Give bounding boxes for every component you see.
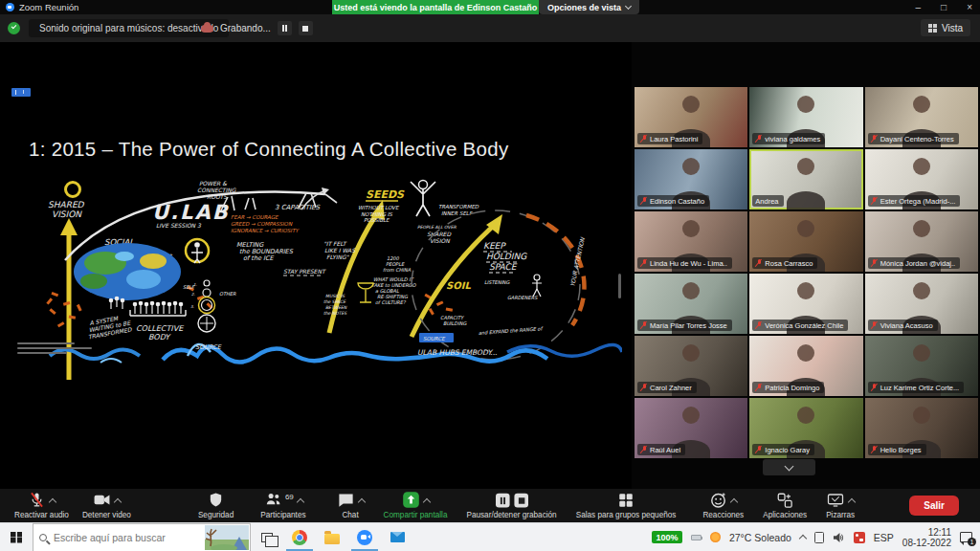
participant-name-label: María Pilar Torres Josse	[637, 320, 732, 331]
view-options-button[interactable]: Opciones de vista	[539, 0, 639, 14]
svg-text:FEAR → COURAGE: FEAR → COURAGE	[231, 214, 279, 220]
muted-mic-icon	[640, 259, 647, 268]
share-menu-chevron[interactable]	[422, 498, 430, 506]
task-view-icon[interactable]	[251, 523, 283, 551]
apps-button[interactable]: Aplicaciones	[756, 492, 813, 519]
svg-text:COLLECTIVE: COLLECTIVE	[136, 324, 184, 333]
chevron-down-icon	[785, 461, 794, 471]
pause-stop-recording-button[interactable]: Pausar/detener grabación	[459, 492, 563, 519]
participant-tile[interactable]: Laura Pastorini	[635, 87, 747, 147]
muted-mic-icon	[755, 259, 762, 268]
participant-name: Raúl Auel	[650, 446, 680, 454]
zoom-app-icon[interactable]	[348, 523, 381, 551]
video-menu-chevron[interactable]	[114, 498, 122, 506]
minimize-button[interactable]: –	[916, 2, 922, 12]
taskbar-search[interactable]	[33, 523, 251, 551]
svg-text:and EXPAND the RANGE of: and EXPAND the RANGE of	[479, 325, 544, 336]
time: 12:11	[902, 527, 951, 538]
participant-name-label: Dayani Centeno-Torres	[868, 133, 959, 144]
leave-meeting-button[interactable]: Salir	[909, 496, 959, 516]
svg-text:"IT FELT: "IT FELT	[323, 240, 347, 247]
weather-label[interactable]: 27°C Soleado	[729, 532, 791, 543]
participant-grid: Laura Pastoriniviviana galdamesDayani Ce…	[635, 87, 978, 458]
chrome-icon[interactable]	[283, 523, 316, 551]
participant-tile[interactable]: Helio Borges	[865, 398, 978, 458]
community-tray-icon[interactable]	[854, 532, 865, 543]
participant-tile[interactable]: Carol Zahner	[635, 336, 747, 396]
participant-tile[interactable]: Edinson Castaño	[635, 149, 747, 209]
unmute-button[interactable]: Reactivar audio	[8, 492, 76, 519]
security-button[interactable]: Seguridad	[191, 492, 240, 519]
participant-name: Ignacio Garay	[765, 446, 810, 454]
clock[interactable]: 12:11 08-12-2022	[902, 527, 951, 548]
maximize-button[interactable]: □	[941, 2, 947, 12]
muted-mic-icon	[28, 491, 46, 509]
participant-tile[interactable]: Mónica Jordan @vidaj..	[865, 211, 978, 272]
search-highlight-art[interactable]	[205, 525, 249, 550]
share-screen-button[interactable]: Compartir pantalla	[377, 492, 455, 519]
audio-menu-chevron[interactable]	[49, 498, 56, 506]
weather-sun-icon	[710, 532, 721, 542]
grid-view-icon	[928, 24, 937, 33]
search-input[interactable]	[54, 532, 173, 543]
participants-button[interactable]: 69 Participantes	[254, 492, 312, 519]
battery-percentage-badge: 100%	[652, 531, 682, 543]
speaker-icon[interactable]	[833, 532, 845, 543]
pause-recording-icon[interactable]	[278, 21, 292, 35]
chat-menu-chevron[interactable]	[357, 498, 365, 506]
chat-button[interactable]: Chat	[330, 492, 371, 519]
keyboard-language[interactable]: ESP	[874, 532, 894, 543]
start-button[interactable]	[0, 523, 33, 551]
shield-icon	[208, 491, 224, 509]
file-explorer-icon[interactable]	[316, 523, 348, 551]
whiteboards-button[interactable]: Pizarras	[819, 492, 861, 519]
tablet-mode-icon[interactable]	[814, 532, 824, 543]
muted-mic-icon	[640, 446, 647, 454]
participant-tile[interactable]: Rosa Carrasco	[749, 211, 862, 272]
action-center-icon[interactable]: 1	[960, 532, 972, 542]
participant-name-label: Edinson Castaño	[637, 195, 709, 207]
svg-text:KEEP: KEEP	[483, 241, 506, 251]
reactions-menu-chevron[interactable]	[730, 498, 738, 506]
reactions-label: Reacciones	[702, 511, 744, 519]
muted-mic-icon	[871, 135, 878, 143]
participant-tile[interactable]: Ester Ortega (Madrid-...	[865, 149, 978, 209]
svg-text:IGNORANCE → CURIOSITY: IGNORANCE → CURIOSITY	[231, 228, 300, 233]
share-screen-icon	[402, 491, 420, 509]
participant-tile[interactable]: Dayani Centeno-Torres	[865, 87, 978, 147]
more-participants-button[interactable]	[763, 459, 815, 475]
participant-tile[interactable]: Luz Karime Ortiz Corte...	[865, 336, 978, 396]
participant-tile[interactable]: Andrea	[749, 149, 862, 209]
svg-text:from CHINA: from CHINA	[383, 267, 412, 273]
whiteboards-menu-chevron[interactable]	[848, 498, 856, 506]
participant-name-label: Viviana Acasuso	[868, 320, 938, 331]
original-sound-toggle[interactable]: Sonido original para músicos: desactivad…	[29, 19, 229, 37]
windows-logo-icon	[11, 532, 22, 543]
svg-text:of the ICE: of the ICE	[243, 254, 275, 262]
participant-tile[interactable]: Ignacio Garay	[749, 398, 862, 458]
participant-name-label: Helio Borges	[868, 444, 926, 455]
mail-icon[interactable]	[381, 523, 413, 551]
participant-name: Rosa Carrasco	[765, 259, 813, 268]
view-layout-button[interactable]: Vista	[921, 19, 970, 36]
participant-tile[interactable]: Patricia Domingo	[749, 336, 862, 396]
participant-tile[interactable]: Linda Hu de Wu - Lima..	[635, 211, 747, 272]
participant-name: Patricia Domingo	[765, 384, 819, 392]
close-button[interactable]: ×	[967, 2, 972, 12]
participant-tile[interactable]: Viviana Acasuso	[865, 274, 978, 334]
whiteboard-icon	[826, 492, 845, 509]
svg-text:LIKE I WAS: LIKE I WAS	[324, 247, 356, 253]
participants-menu-chevron[interactable]	[297, 498, 304, 506]
participant-tile[interactable]: viviana galdames	[749, 87, 862, 147]
tray-expand-chevron[interactable]	[799, 535, 807, 542]
breakout-rooms-button[interactable]: Salas para grupos pequeños	[569, 492, 683, 519]
stop-recording-icon[interactable]	[299, 21, 313, 35]
search-icon	[39, 534, 47, 541]
reactions-button[interactable]: Reacciones	[696, 492, 750, 519]
participant-tile[interactable]: María Pilar Torres Josse	[635, 274, 747, 334]
stop-video-button[interactable]: Detener video	[76, 492, 138, 519]
participant-tile[interactable]: Raúl Auel	[635, 398, 747, 458]
participant-tile[interactable]: Verónica González Chile	[749, 274, 862, 334]
svg-text:of CULTURE?: of CULTURE?	[375, 299, 407, 305]
participant-name-label: Carol Zahner	[637, 382, 697, 393]
